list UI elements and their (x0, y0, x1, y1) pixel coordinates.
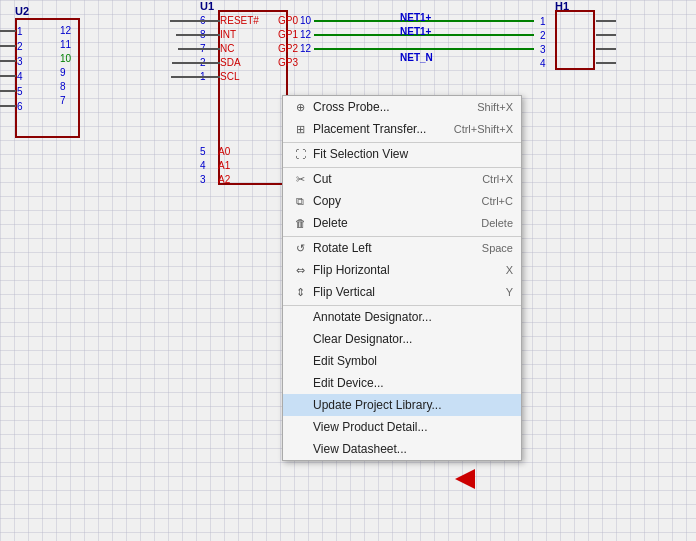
h1-wire-3 (596, 48, 616, 50)
menu-item-cross-probe[interactable]: ⊕ Cross Probe... Shift+X (283, 96, 521, 118)
u1-pin-nums-right: 10 12 12 (300, 14, 311, 56)
view-product-detail-label: View Product Detail... (313, 420, 513, 434)
placement-transfer-label: Placement Transfer... (313, 122, 446, 136)
annotate-designator-label: Annotate Designator... (313, 310, 513, 324)
edit-device-label: Edit Device... (313, 376, 513, 390)
cut-label: Cut (313, 172, 474, 186)
placement-transfer-shortcut: Ctrl+Shift+X (454, 123, 513, 135)
delete-icon: 🗑 (291, 217, 309, 229)
wire-net1-gp2 (314, 48, 534, 50)
h1-wire-4 (596, 62, 616, 64)
fit-selection-label: Fit Selection View (313, 147, 513, 161)
u1-bottom-pin-nums: 5 4 3 (200, 145, 206, 187)
h1-wire-2 (596, 34, 616, 36)
view-datasheet-label: View Datasheet... (313, 442, 513, 456)
flip-horizontal-icon: ⇔ (291, 264, 309, 277)
delete-label: Delete (313, 216, 473, 230)
clear-designator-label: Clear Designator... (313, 332, 513, 346)
menu-item-rotate-left[interactable]: ↺ Rotate Left Space (283, 236, 521, 259)
u2-pins-right: 12 11 10 9 8 7 (60, 24, 71, 108)
u1-bottom-pin-names: A0 A1 A2 (218, 145, 230, 187)
context-menu: ⊕ Cross Probe... Shift+X ⊞ Placement Tra… (282, 95, 522, 461)
flip-horizontal-shortcut: X (506, 264, 513, 276)
h1-component (555, 10, 595, 70)
wire-scl (171, 76, 220, 78)
menu-item-edit-device[interactable]: Edit Device... (283, 372, 521, 394)
u1-pin-names-right: GP0 GP1 GP2 GP3 (278, 14, 298, 70)
u1-label: U1 (200, 0, 214, 12)
red-arrow-indicator (455, 469, 475, 489)
menu-item-edit-symbol[interactable]: Edit Symbol (283, 350, 521, 372)
flip-horizontal-label: Flip Horizontal (313, 263, 498, 277)
rotate-left-label: Rotate Left (313, 241, 474, 255)
net-label-net1plus-2: NET1+ (400, 26, 431, 37)
wire-nc (178, 48, 220, 50)
flip-vertical-shortcut: Y (506, 286, 513, 298)
menu-item-copy[interactable]: ⧉ Copy Ctrl+C (283, 190, 521, 212)
update-project-library-label: Update Project Library... (313, 398, 513, 412)
schematic-canvas: U2 1 2 3 4 5 6 12 11 (0, 0, 696, 541)
net-label-net-n: NET_N (400, 52, 433, 63)
menu-item-clear-designator[interactable]: Clear Designator... (283, 328, 521, 350)
menu-item-cut[interactable]: ✂ Cut Ctrl+X (283, 167, 521, 190)
u2-pins-left: 1 2 3 4 5 6 (0, 24, 23, 114)
cross-probe-label: Cross Probe... (313, 100, 469, 114)
menu-item-delete[interactable]: 🗑 Delete Delete (283, 212, 521, 234)
wire-reset (170, 20, 220, 22)
menu-item-view-product-detail[interactable]: View Product Detail... (283, 416, 521, 438)
delete-shortcut: Delete (481, 217, 513, 229)
flip-vertical-label: Flip Vertical (313, 285, 498, 299)
menu-item-flip-vertical[interactable]: ⇕ Flip Vertical Y (283, 281, 521, 303)
h1-wire-1 (596, 20, 616, 22)
u2-label: U2 (15, 5, 29, 17)
edit-symbol-label: Edit Symbol (313, 354, 513, 368)
menu-item-view-datasheet[interactable]: View Datasheet... (283, 438, 521, 460)
copy-icon: ⧉ (291, 195, 309, 208)
rotate-left-shortcut: Space (482, 242, 513, 254)
menu-item-annotate-designator[interactable]: Annotate Designator... (283, 305, 521, 328)
cut-shortcut: Ctrl+X (482, 173, 513, 185)
u1-pin-names-left: RESET# INT NC SDA SCL (220, 14, 259, 84)
net-label-net1plus-1: NET1+ (400, 12, 431, 23)
fit-selection-icon: ⛶ (291, 148, 309, 160)
wire-sda (172, 62, 220, 64)
flip-vertical-icon: ⇕ (291, 286, 309, 299)
menu-item-fit-selection[interactable]: ⛶ Fit Selection View (283, 142, 521, 165)
cross-probe-shortcut: Shift+X (477, 101, 513, 113)
menu-item-flip-horizontal[interactable]: ⇔ Flip Horizontal X (283, 259, 521, 281)
copy-shortcut: Ctrl+C (482, 195, 513, 207)
h1-pin-nums: 1 2 3 4 (540, 15, 546, 71)
placement-transfer-icon: ⊞ (291, 123, 309, 136)
wire-int (176, 34, 220, 36)
cross-probe-icon: ⊕ (291, 101, 309, 114)
rotate-left-icon: ↺ (291, 242, 309, 255)
menu-item-placement-transfer[interactable]: ⊞ Placement Transfer... Ctrl+Shift+X (283, 118, 521, 140)
cut-icon: ✂ (291, 173, 309, 186)
menu-item-update-project-library[interactable]: Update Project Library... (283, 394, 521, 416)
copy-label: Copy (313, 194, 474, 208)
